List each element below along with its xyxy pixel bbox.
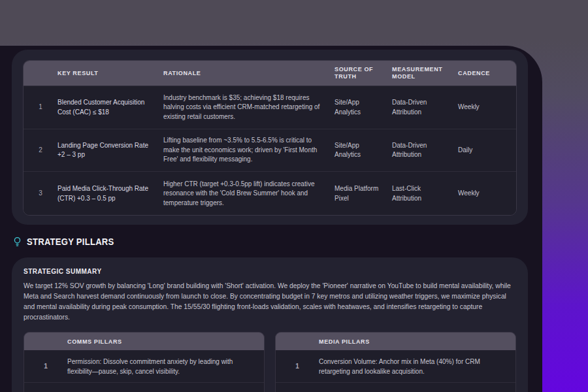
media-pillars-panel: MEDIA PILLARS 1 Conversion Volume: Ancho… — [275, 332, 516, 392]
table-row: 3 Paid Media Click-Through Rate (CTR) +0… — [24, 171, 516, 216]
header-cadence: CADENCE — [458, 70, 516, 77]
rationale-cell: Lifting baseline from ~3.5% to 5.5-6.5% … — [163, 136, 335, 165]
rationale-cell: Higher CTR (target +0.3-0.5pp lift) indi… — [163, 180, 335, 208]
header-source-of-truth: SOURCE OF TRUTH — [335, 66, 392, 80]
table-row: 2 Landing Page Conversion Rate +2 – 3 pp… — [24, 129, 516, 171]
strategic-summary-label: STRATEGIC SUMMARY — [24, 268, 516, 275]
list-item: 1 Permission: Dissolve commitment anxiet… — [24, 350, 264, 382]
media-pillars-rows: 1 Conversion Volume: Anchor mix in Meta … — [275, 350, 516, 392]
comms-pillars-title: COMMS PILLARS — [24, 338, 122, 345]
key-result-cell: Paid Media Click-Through Rate (CTR) +0.3… — [57, 184, 163, 203]
cadence-cell: Daily — [458, 146, 516, 155]
row-number: 1 — [24, 103, 57, 112]
list-item-partial — [276, 382, 515, 392]
strategic-summary-text: We target 12% SOV growth by balancing 'L… — [24, 281, 516, 323]
pillar-text: Permission: Dissolve commitment anxiety … — [67, 357, 255, 376]
list-item: 1 Conversion Volume: Anchor mix in Meta … — [276, 350, 515, 382]
strategy-card: STRATEGIC SUMMARY We target 12% SOV grow… — [12, 257, 528, 392]
row-number: 2 — [24, 146, 57, 155]
measurement-cell: Data-Driven Attribution — [392, 98, 458, 117]
header-measurement-model: MEASUREMENT MODEL — [392, 66, 458, 80]
cadence-cell: Weekly — [458, 103, 516, 112]
lightbulb-icon — [13, 237, 22, 248]
okr-table: KEY RESULT RATIONALE SOURCE OF TRUTH MEA… — [23, 60, 517, 216]
cadence-cell: Weekly — [458, 189, 516, 199]
strategy-pillars-heading: STRATEGY PILLARS — [13, 234, 123, 250]
media-pillars-title: MEDIA PILLARS — [276, 338, 370, 345]
media-pillars-header: MEDIA PILLARS — [275, 332, 516, 350]
comms-pillars-header: COMMS PILLARS — [24, 332, 265, 350]
key-result-cell: Blended Customer Acquisition Cost (CAC) … — [57, 98, 163, 117]
key-result-cell: Landing Page Conversion Rate +2 – 3 pp — [57, 141, 163, 160]
page: KEY RESULT RATIONALE SOURCE OF TRUTH MEA… — [0, 0, 588, 392]
pillars-container: COMMS PILLARS 1 Permission: Dissolve com… — [24, 332, 516, 392]
source-cell: Site/App Analytics — [335, 98, 392, 117]
pillar-text: Conversion Volume: Anchor mix in Meta (4… — [319, 357, 506, 376]
measurement-cell: Data-Driven Attribution — [392, 141, 458, 160]
pillar-number: 1 — [24, 363, 67, 370]
rationale-cell: Industry benchmark is $35; achieving $18… — [163, 93, 335, 122]
list-item-partial — [24, 382, 264, 392]
source-cell: Site/App Analytics — [335, 141, 392, 160]
row-number: 3 — [24, 189, 57, 199]
pillar-number: 1 — [276, 363, 319, 370]
table-row: 1 Blended Customer Acquisition Cost (CAC… — [24, 86, 516, 129]
section-title: STRATEGY PILLARS — [27, 237, 114, 247]
header-rationale: RATIONALE — [163, 70, 335, 77]
okr-table-header-row: KEY RESULT RATIONALE SOURCE OF TRUTH MEA… — [24, 61, 516, 86]
measurement-cell: Last-Click Attribution — [392, 184, 458, 203]
source-cell: Media Platform Pixel — [335, 184, 392, 203]
comms-pillars-rows: 1 Permission: Dissolve commitment anxiet… — [24, 350, 265, 392]
okr-card: KEY RESULT RATIONALE SOURCE OF TRUTH MEA… — [12, 50, 528, 225]
header-key-result: KEY RESULT — [57, 70, 163, 77]
comms-pillars-panel: COMMS PILLARS 1 Permission: Dissolve com… — [24, 332, 265, 392]
